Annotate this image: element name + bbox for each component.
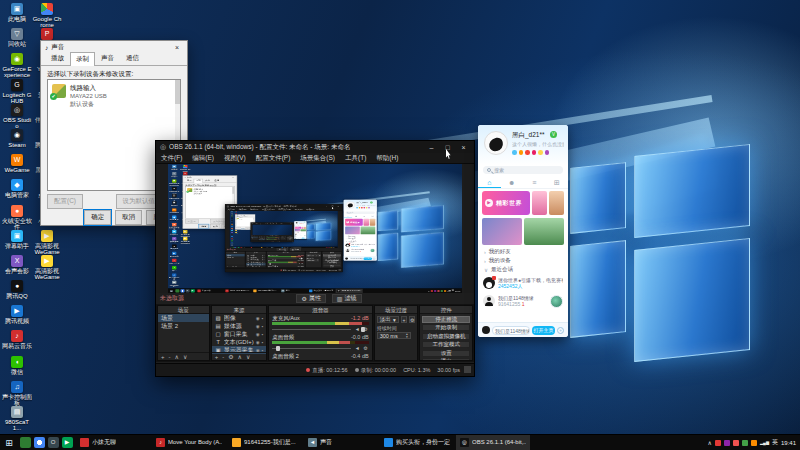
lock-icon[interactable]: ▪ [262,324,264,329]
desktop-icon[interactable]: ◖ 微信 [2,356,32,381]
desktop-icon[interactable]: ♪ 网易云音乐 [2,330,32,355]
qq-tab[interactable]: ⌂ [478,177,501,188]
cancel-button[interactable]: 取消 [115,210,142,225]
obs-control-button[interactable]: 开始录制 [422,324,470,331]
input-language-indicator[interactable]: 英 [772,438,778,447]
taskbar-button[interactable]: 购买头衔，身份一定... [380,435,454,450]
desktop-icon[interactable]: ▶ 腾讯视频 [2,305,32,330]
desktop-icon[interactable]: ▣ 此电脑 [2,3,32,28]
ok-button[interactable]: 确定 [84,210,111,225]
transition-gear-icon[interactable]: ⚙ [409,316,415,323]
clock[interactable]: 19:41 [781,440,796,446]
close-icon[interactable]: × [171,44,183,51]
contact-group-row[interactable]: › 我的设备 [478,256,568,265]
obs-control-button[interactable]: 停止推流 [422,316,470,323]
lock-icon[interactable]: ▪ [262,332,264,337]
start-button[interactable]: ⊞ [0,435,18,450]
tray-app-icon[interactable] [715,440,721,446]
panel-tool-icon[interactable]: ⚙ [228,353,233,360]
source-toolbar-button[interactable]: ⚙ 属性 [296,294,325,303]
speaker-icon[interactable]: ◄ [355,345,360,351]
desktop-icon[interactable]: ● 腾讯QQ [2,280,32,305]
desktop-icon[interactable]: ◆ 电脑管家 [2,179,32,204]
qq-tab[interactable]: ≡ [523,177,546,188]
qq-banner[interactable]: ▶ 精彩世界 [482,191,530,215]
network-icon[interactable]: ▂▄▆ [760,440,769,445]
maximize-icon[interactable]: □ [441,144,454,151]
tray-expand-icon[interactable]: ∧ [708,439,712,446]
contact-group-row[interactable]: › 我的好友 [478,247,568,256]
obs-control-button[interactable]: 退出 [422,358,470,361]
sound-dialog-tab[interactable]: 声音 [95,51,120,65]
taskbar-button[interactable]: 91641255-我们是... [228,435,302,450]
panel-tool-icon[interactable]: + [161,354,165,360]
desktop-icon[interactable]: ● 火绒安全软件 [2,205,32,230]
quicklaunch-icon[interactable] [20,437,31,448]
panel-tool-icon[interactable]: - [222,354,224,360]
tray-app-icon[interactable] [724,440,730,446]
obs-menu-item[interactable]: 编辑(E) [187,154,219,163]
desktop-icon[interactable]: ▣ 弹幕助手 [2,230,32,255]
desktop-icon[interactable]: ▶ 高清影视 WeGame版 [32,255,62,280]
visibility-eye-icon[interactable]: ◉ [256,316,260,321]
obs-menu-item[interactable]: 配置文件(P) [251,154,296,163]
desktop-icon[interactable]: G Logitech G HUB [2,79,32,104]
close-icon[interactable]: × [457,144,470,151]
panel-tool-icon[interactable]: ∨ [183,353,187,360]
obs-menu-item[interactable]: 工具(T) [340,154,371,163]
tray-app-icon[interactable] [742,440,748,446]
obs-menu-item[interactable]: 文件(F) [156,154,187,163]
qq-tab[interactable]: ⊞ [546,177,569,188]
sound-dialog-tab[interactable]: 播放 [45,51,70,65]
minimize-icon[interactable]: – [425,144,438,151]
lock-icon[interactable]: ▪ [262,340,264,345]
panel-tool-icon[interactable]: ∧ [175,353,179,360]
panel-tool-icon[interactable]: - [169,354,171,360]
device-row[interactable]: ✔ 线路输入 MAYA22 USB 默认设备 [48,80,180,112]
visibility-eye-icon[interactable]: ◉ [256,324,260,329]
desktop-icon[interactable]: ▽ 回收站 [2,28,32,53]
open-homepage-button[interactable]: 打开主页 [532,326,555,335]
avatar[interactable] [484,131,508,155]
desktop-icon[interactable]: ◉ Steam [2,129,32,154]
tray-app-icon[interactable] [751,440,757,446]
desktop-icon[interactable]: W WeGame [2,154,32,179]
slider-handle[interactable] [276,346,280,351]
visibility-eye-icon[interactable]: ◉ [256,332,260,337]
visibility-eye-icon[interactable]: ◉ [256,340,260,345]
qq-tab[interactable]: ☻ [501,177,524,188]
qq-footer-input[interactable]: 我们是1148情缘 [492,326,530,335]
sound-dialog-tab[interactable]: 通信 [120,51,145,65]
contact-group-row[interactable]: ∨ 最近会话 [478,265,568,274]
chat-list-item[interactable]: 我们是1148情缘 91641255 1 [478,292,568,310]
quicklaunch-icon[interactable] [34,437,45,448]
banner-thumbnail[interactable] [549,191,564,215]
search-input[interactable]: 搜索 [483,166,563,174]
panel-tool-icon[interactable]: + [215,354,219,360]
gear-icon[interactable]: ⚙ [363,345,367,351]
add-transition-button[interactable]: + [401,316,407,323]
transition-select[interactable]: 淡出 ▾ [377,316,399,323]
lock-icon[interactable]: ▪ [262,316,264,321]
taskbar-button[interactable]: ♪ Move Your Body (A... [152,435,226,450]
desktop-icon[interactable]: ▤ 980ScaT1... [2,406,32,431]
obs-menu-item[interactable]: 帮助(H) [371,154,403,163]
desktop-icon[interactable]: ◉ GeForce Experience [2,53,32,78]
chat-list-item[interactable]: 迷你世界●引爆下载，电竞赛事 2452452人 [478,274,568,292]
obs-control-button[interactable]: 启动虚拟摄像机 [422,333,470,340]
taskbar-button[interactable]: 小妹无聊 [76,435,150,450]
photo-thumbnail[interactable] [524,218,564,245]
photo-thumbnail[interactable] [482,218,522,245]
obs-titlebar[interactable]: ◎ OBS 26.1.1 (64-bit, windows) - 配置文件: 未… [156,141,474,153]
game-thumbnail[interactable] [550,295,563,308]
obs-control-button[interactable]: 工作室模式 [422,341,470,348]
resize-grip[interactable] [464,366,471,373]
quicklaunch-icon[interactable]: O [48,437,59,448]
obs-control-button[interactable]: 设置 [422,350,470,357]
duration-spinner[interactable]: 300 ms ▴▾ [377,332,411,339]
desktop-icon[interactable]: Google Chrome [32,3,62,28]
spinner-arrows-icon[interactable]: ▴▾ [406,333,408,339]
speaker-icon[interactable]: ◄ [355,326,360,332]
desktop-icon[interactable]: X 会声会影 [2,255,32,280]
quicklaunch-icon[interactable]: ▶ [62,437,73,448]
